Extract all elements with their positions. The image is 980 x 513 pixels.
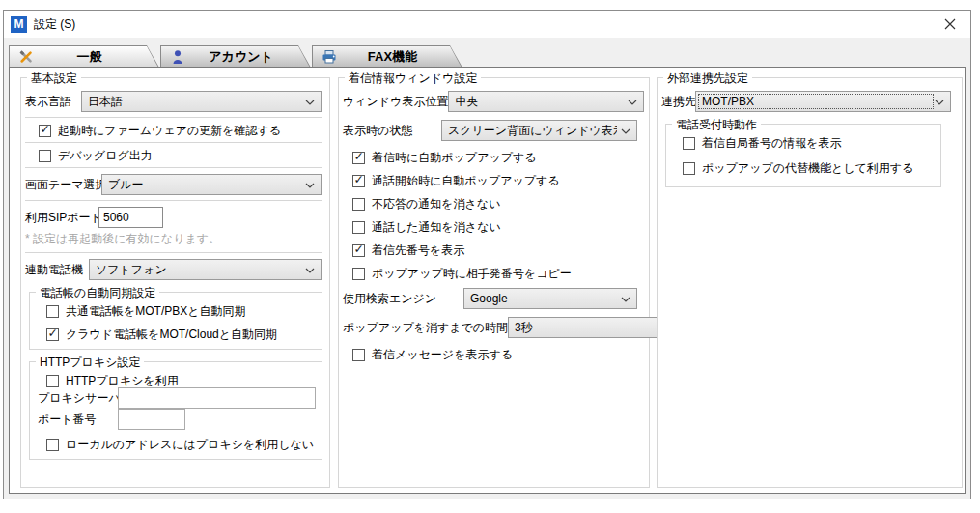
- phonebook-cloud-sync-checkbox[interactable]: クラウド電話帳をMOT/Cloudと自動同期: [46, 328, 308, 341]
- tab-general-label: 一般: [34, 48, 158, 66]
- checkbox-icon: [39, 150, 51, 162]
- proxy-server-label: プロキシサーバ: [38, 390, 118, 407]
- display-state-label: 表示時の状態: [343, 123, 412, 139]
- show-own-number-info-checkbox[interactable]: 着信自局番号の情報を表示: [683, 136, 927, 150]
- close-button[interactable]: [930, 11, 970, 38]
- person-icon: [170, 49, 185, 65]
- general-tab-panel: 基本設定 表示言語 日本語 起動時にファームウェアの更新を確認する: [9, 67, 966, 494]
- copy-caller-number-label: ポップアップ時に相手発番号をコピー: [372, 266, 572, 282]
- checkbox-icon: [46, 439, 59, 451]
- popup-alternative-checkbox[interactable]: ポップアップの代替機能として利用する: [683, 161, 927, 175]
- proxy-server-input[interactable]: [118, 387, 316, 409]
- keep-unanswered-notification-label: 不応答の通知を消さない: [372, 196, 500, 213]
- auto-popup-incoming-checkbox[interactable]: 着信時に自動ポップアップする: [352, 151, 641, 164]
- sip-port-input[interactable]: [98, 207, 163, 228]
- use-http-proxy-label: HTTPプロキシを利用: [66, 373, 179, 389]
- restart-note: * 設定は再起動後に有効になります。: [25, 231, 322, 247]
- tab-fax[interactable]: FAX機能: [312, 45, 462, 68]
- link-destination-select[interactable]: MOT/PBX: [695, 91, 951, 112]
- incoming-window-group: 着信情報ウィンドウ設定 ウィンドウ表示位置 中央 表示時の状態 スクリーン背面に…: [338, 77, 650, 488]
- checkbox-icon: [352, 221, 365, 234]
- tab-bar: 一般 アカウント FAX機能: [9, 45, 463, 68]
- search-engine-select[interactable]: Google: [463, 288, 637, 309]
- fax-icon: [322, 49, 337, 65]
- tab-account-label: アカウント: [185, 48, 310, 66]
- theme-label: 画面テーマ選択: [25, 177, 101, 193]
- display-language-label: 表示言語: [25, 94, 81, 110]
- http-proxy-group-title: HTTPプロキシ設定: [36, 355, 144, 371]
- search-engine-value: Google: [470, 292, 508, 305]
- firmware-update-checkbox[interactable]: 起動時にファームウェアの更新を確認する: [39, 124, 322, 137]
- tools-icon: [18, 49, 34, 65]
- divider: [25, 117, 322, 118]
- chevron-down-icon: [305, 183, 315, 188]
- keep-answered-notification-checkbox[interactable]: 通話した通知を消さない: [352, 220, 641, 234]
- basic-settings-group-title: 基本設定: [27, 71, 81, 87]
- phonebook-sync-group: 電話帳の自動同期設定 共通電話帳をMOT/PBXと自動同期 クラウド電話帳をMO…: [29, 292, 322, 350]
- basic-settings-group: 基本設定 表示言語 日本語 起動時にファームウェアの更新を確認する: [20, 77, 330, 488]
- checkbox-icon: [683, 137, 695, 150]
- show-own-number-info-label: 着信自局番号の情報を表示: [702, 135, 842, 152]
- popup-timeout-label: ポップアップを消すまでの時間: [343, 320, 508, 336]
- theme-value: ブルー: [108, 177, 144, 193]
- chevron-down-icon: [621, 297, 630, 302]
- keep-unanswered-notification-checkbox[interactable]: 不応答の通知を消さない: [352, 197, 641, 211]
- divider: [25, 252, 322, 253]
- copy-caller-number-checkbox[interactable]: ポップアップ時に相手発番号をコピー: [352, 267, 641, 280]
- popup-timeout-value: 3秒: [515, 320, 533, 336]
- phonebook-common-sync-checkbox[interactable]: 共通電話帳をMOT/PBXと自動同期: [46, 304, 308, 318]
- window-position-select[interactable]: 中央: [448, 91, 644, 112]
- tab-general[interactable]: 一般: [9, 45, 159, 68]
- chevron-down-icon: [621, 128, 630, 134]
- chevron-down-icon: [305, 100, 315, 105]
- debug-log-checkbox[interactable]: デバッグログ出力: [39, 149, 322, 162]
- checkbox-icon: [352, 349, 365, 361]
- search-engine-label: 使用検索エンジン: [343, 291, 436, 307]
- incoming-window-group-title: 着信情報ウィンドウ設定: [345, 71, 481, 87]
- phonebook-sync-group-title: 電話帳の自動同期設定: [36, 285, 159, 301]
- display-language-select[interactable]: 日本語: [81, 91, 322, 112]
- sip-port-label: 利用SIPポート: [25, 210, 98, 226]
- divider: [25, 167, 322, 168]
- linked-phone-label: 連動電話機: [25, 262, 89, 278]
- no-proxy-local-checkbox[interactable]: ローカルのアドレスにはプロキシを利用しない: [46, 438, 308, 451]
- show-destination-number-checkbox[interactable]: 着信先番号を表示: [352, 243, 641, 257]
- phonebook-cloud-sync-label: クラウド電話帳をMOT/Cloudと自動同期: [66, 327, 277, 343]
- debug-log-label: デバッグログ出力: [58, 148, 153, 164]
- checkbox-icon: [46, 305, 59, 318]
- auto-popup-incoming-label: 着信時に自動ポップアップする: [372, 150, 537, 166]
- link-destination-label: 連携先: [661, 94, 695, 110]
- title-bar: M 設定 (S): [4, 11, 970, 38]
- window-title: 設定 (S): [34, 16, 75, 33]
- settings-window: M 設定 (S) 一般: [3, 10, 971, 499]
- auto-popup-call-start-checkbox[interactable]: 通話開始時に自動ポップアップする: [352, 174, 641, 187]
- checkbox-icon: [46, 328, 59, 341]
- display-language-value: 日本語: [88, 94, 123, 110]
- checkbox-icon: [352, 244, 365, 257]
- window-position-value: 中央: [455, 94, 478, 110]
- proxy-port-input[interactable]: [118, 409, 185, 430]
- checkbox-icon: [352, 152, 365, 164]
- divider: [25, 142, 322, 143]
- chevron-down-icon: [305, 268, 315, 273]
- tab-account[interactable]: アカウント: [160, 45, 311, 68]
- checkbox-icon: [39, 125, 51, 137]
- keep-answered-notification-label: 通話した通知を消さない: [372, 219, 501, 236]
- call-reception-group-title: 電話受付時動作: [672, 117, 761, 133]
- show-incoming-message-checkbox[interactable]: 着信メッセージを表示する: [352, 348, 641, 361]
- theme-select[interactable]: ブルー: [101, 174, 322, 195]
- checkbox-icon: [352, 268, 365, 280]
- checkbox-icon: [352, 198, 365, 211]
- phonebook-common-sync-label: 共通電話帳をMOT/PBXと自動同期: [66, 303, 246, 320]
- linked-phone-value: ソフトフォン: [96, 262, 167, 278]
- divider: [25, 200, 322, 201]
- firmware-update-label: 起動時にファームウェアの更新を確認する: [58, 123, 281, 139]
- call-reception-group: 電話受付時動作 着信自局番号の情報を表示 ポップアップの代替機能として利用する: [665, 124, 941, 187]
- checkbox-icon: [683, 162, 695, 175]
- display-state-select[interactable]: スクリーン背面にウィンドウ表示: [441, 120, 637, 141]
- use-http-proxy-checkbox[interactable]: HTTPプロキシを利用: [46, 374, 308, 387]
- external-link-group: 外部連携先設定 連携先 MOT/PBX 電話受付時動作 着信自局番号の情報を表示: [657, 77, 963, 488]
- display-state-value: スクリーン背面にウィンドウ表示: [448, 123, 617, 139]
- checkbox-icon: [46, 375, 59, 387]
- linked-phone-select[interactable]: ソフトフォン: [89, 259, 322, 280]
